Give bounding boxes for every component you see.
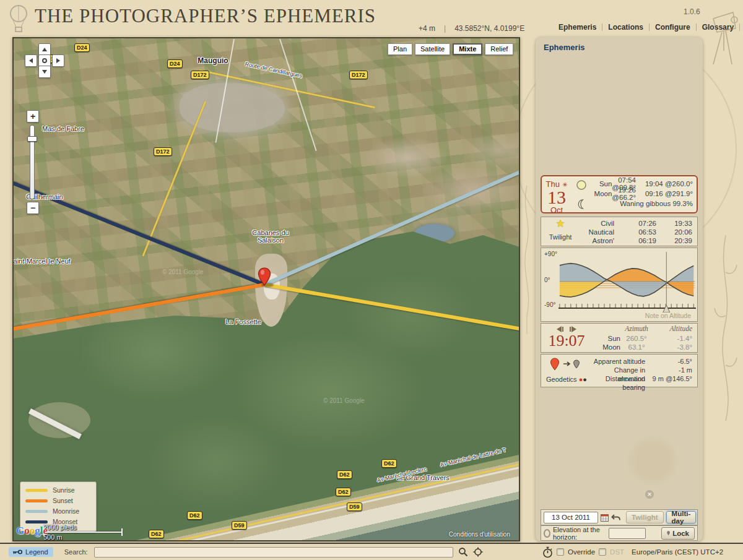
stopwatch-icon [542,546,553,558]
app-version: 1.0.6 [684,7,700,16]
panel-title: Ephemeris [544,43,584,52]
pan-center-button[interactable] [38,54,51,67]
selected-time[interactable]: 19:07 [541,332,592,350]
nav-configure[interactable]: Configure [650,23,696,32]
legend-item-moonrise: Moonrise [25,507,91,515]
sun-azimuth: 260.5° [620,334,653,343]
map-watermark: © 2011 Google [162,269,204,275]
app-title: THE PHOTOGRAPHER’S EPHEMERIS [35,5,376,27]
map-type-relief[interactable]: Relief [485,43,513,55]
nav-ephemeris[interactable]: Ephemeris [553,23,602,32]
twilight-button[interactable]: Twilight [626,511,664,523]
road-sign: D172 [349,71,368,79]
moon-altitude: -3.8° [653,343,692,351]
readout-divider: | [444,24,446,33]
pan-down-button[interactable] [38,66,51,78]
map-label: Cabanes du Salaison [243,229,298,244]
crosshair-icon[interactable] [473,547,483,557]
timezone-readout: Europe/Paris (CEST) UTC+2 [632,548,723,556]
moon-row-label: Moon [591,190,612,197]
arrow-down-icon [42,70,47,74]
twilight-box: ★ Twilight Civil07:2619:33 Nautical06:53… [541,217,698,246]
red-map-pin-icon[interactable] [258,267,271,286]
elevation-input[interactable] [609,528,646,539]
legend-button-label: Legend [25,548,48,556]
road-sign: D62 [337,470,352,479]
geodetics-table: Apparent altitude-6.5° Change in elevati… [592,355,697,387]
day-number: 13 [542,189,571,205]
multi-day-button[interactable]: Multi-day [666,511,697,523]
twilight-row-name: Civil [580,219,624,228]
moon-azimuth: 63.1° [620,343,653,351]
road-sign: D62 [187,511,202,520]
dst-checkbox[interactable] [599,548,606,556]
main-nav: Ephemeris Locations Configure Glossary A… [553,23,743,32]
map-type-plan[interactable]: Plan [388,43,412,55]
elevation-status-icon [544,529,550,538]
geo-row-value: -1 m [645,366,692,374]
google-logo[interactable]: Google [16,525,48,537]
geo-row-name: Apparent altitude [592,357,645,366]
geo-row-value: -6.5° [645,357,692,366]
override-checkbox[interactable] [557,548,564,556]
time-box: 19:07 AzimuthAltitude Sun260.5°-1.4° Moo… [541,323,698,353]
legend-button[interactable]: Legend [9,547,53,557]
map-canvas[interactable]: Mauguio Mas de Fabre Guilhermain Saint-M… [12,37,520,541]
crescent-moon-icon [576,199,586,210]
altitude-header: Altitude [653,325,692,334]
ytick-top: +90° [544,251,557,257]
pan-up-button[interactable] [38,43,51,56]
body-icons [571,176,591,212]
map-airfield [28,402,90,438]
magnifier-icon[interactable] [458,547,468,557]
date-input[interactable] [544,512,598,523]
ytick-bottom: -90° [544,301,555,308]
road-sign: D62 [336,488,351,496]
road-sign: D24 [167,59,183,68]
azimuth-header: Azimuth [620,325,653,334]
note-on-altitude-link[interactable]: Note on Altitude [645,312,691,319]
sun-row-label: Sun [591,180,612,187]
hot-air-balloon-icon [6,4,31,35]
moon-row-label: Moon [592,343,620,351]
road-sign: D59 [347,502,362,511]
nav-glossary[interactable]: Glossary [697,23,739,32]
pan-right-button[interactable] [52,54,64,67]
plus-icon: + [30,111,35,121]
legend-item-sunset: Sunset [25,497,91,504]
map-type-satellite[interactable]: Satellite [415,43,450,55]
nav-locations[interactable]: Locations [602,23,649,32]
lock-button[interactable]: Lock [661,527,695,540]
twilight-end: 19:33 [656,219,697,228]
map-attribution-link[interactable]: Conditions d'utilisation [449,531,510,538]
search-input[interactable] [94,547,453,558]
location-readout: +4 m | 43.5852°N, 4.0199°E [419,24,524,33]
sun-disc-icon [576,179,587,191]
road-sign: D172 [191,71,209,79]
moonset-swatch [25,520,48,523]
undo-arrow-icon[interactable] [611,514,621,522]
zoom-in-button[interactable]: + [27,110,39,123]
moonset-time: 09:16 @291.9° [636,190,693,197]
calendar-icon[interactable] [601,514,609,522]
zoom-slider-handle[interactable] [27,136,37,142]
coordinates-readout: 43.5852°N, 4.0199°E [454,24,524,33]
sunrise-swatch [25,489,48,492]
road-sign: D59 [232,521,247,530]
twilight-row-name: Nautical [580,228,624,236]
status-bar: Legend Search: Override DST Europe/Paris… [0,543,743,560]
key-icon [12,549,22,555]
ytick-zero: 0° [544,277,550,283]
clear-x-icon[interactable]: ✕ [645,490,654,499]
nav-about[interactable]: About [740,23,743,32]
override-label: Override [568,548,595,556]
twilight-end: 20:39 [656,236,697,245]
map-type-mixte[interactable]: Mixte [453,43,482,55]
map-label: Guilhermain [14,193,76,200]
minus-icon: − [30,203,35,213]
altitude-chart[interactable] [558,251,696,312]
center-icon [42,58,47,63]
pan-left-button[interactable] [25,54,37,67]
date-summary-box[interactable]: Thu ✳ 13 Oct Sun07:54 @99.8°19:04 @260.0… [541,175,698,213]
zoom-out-button[interactable]: − [27,202,39,214]
